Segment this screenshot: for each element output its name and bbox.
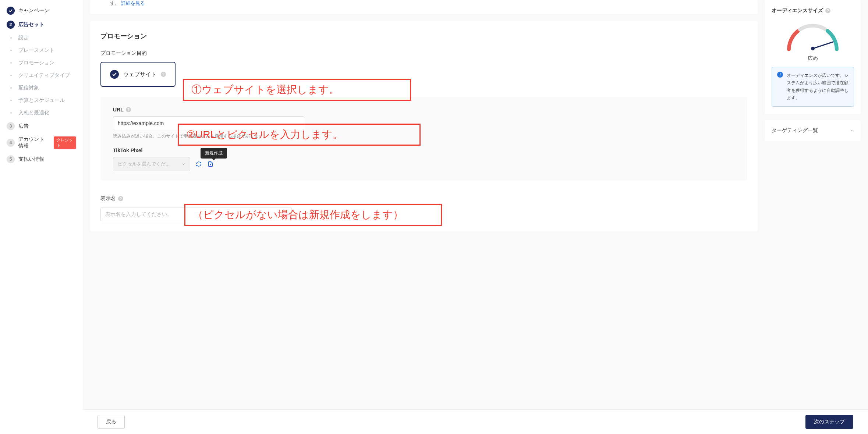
chevron-down-icon [182, 161, 185, 167]
top-note-prefix: す。 [110, 0, 120, 6]
url-input[interactable] [113, 116, 304, 130]
help-icon[interactable]: ? [126, 107, 131, 112]
check-icon [110, 70, 119, 79]
display-name-input[interactable] [100, 207, 292, 221]
label-text: TikTok Pixel [113, 147, 142, 153]
help-icon[interactable]: ? [161, 72, 166, 77]
info-text: オーディエンスが広いです。システムがより広い範囲で潜在顧客を獲得するように自動調… [787, 72, 848, 102]
sidebar: キャンペーン 2 広告セット 設定 プレースメント プロモーション クリエイティ… [0, 0, 83, 434]
substep-bidding[interactable]: 入札と最適化 [0, 107, 83, 119]
step-payment[interactable]: 5 支払い情報 [0, 152, 83, 166]
step-number-icon: 3 [7, 122, 15, 130]
substep-placement[interactable]: プレースメント [0, 44, 83, 57]
substep-audience[interactable]: 配信対象 [0, 82, 83, 94]
gauge-icon [782, 20, 844, 53]
next-step-button[interactable]: 次のステップ [805, 415, 853, 429]
check-icon [7, 7, 15, 15]
info-icon: i [777, 72, 783, 78]
svg-line-3 [813, 42, 833, 49]
targeting-card: ターゲティング一覧 [765, 120, 861, 141]
step-campaign[interactable]: キャンペーン [0, 4, 83, 18]
gauge: 広め [772, 20, 854, 62]
top-card: す。 詳細を見る [90, 0, 758, 14]
label-text: 表示名 [100, 195, 116, 202]
option-label: ウェブサイト [123, 71, 156, 78]
promotion-card: プロモーション プロモーション目的 ウェブサイト ? URL [90, 21, 758, 231]
step-label: 支払い情報 [18, 156, 44, 163]
substep-creative-type[interactable]: クリエイティブタイプ [0, 69, 83, 82]
website-option[interactable]: ウェブサイト ? [100, 62, 176, 87]
pixel-row: ピクセルを選んでくだ... 新規作成 [113, 157, 735, 171]
details-link[interactable]: 詳細を見る [121, 0, 145, 6]
gauge-label: 広め [808, 55, 818, 62]
step-label: 広告 [18, 123, 29, 129]
display-name-block: 表示名 ? [100, 195, 747, 221]
audience-info-box: i オーディエンスが広いです。システムがより広い範囲で潜在顧客を獲得するように自… [772, 67, 854, 107]
targeting-title: ターゲティング一覧 [772, 127, 818, 134]
refresh-icon[interactable] [195, 161, 202, 167]
step-label: キャンペーン [18, 7, 49, 14]
display-name-label: 表示名 ? [100, 195, 747, 202]
label-text: プロモーション目的 [100, 50, 147, 57]
right-panel: オーディエンスサイズ ? 広め i オーディエンスが広いです。システムがよ [765, 0, 861, 427]
label-text: URL [113, 107, 124, 113]
help-icon[interactable]: ? [118, 196, 123, 201]
back-button[interactable]: 戻る [98, 415, 125, 429]
top-note: す。 詳細を見る [90, 0, 758, 13]
url-hint: 読み込みが遅い場合、このサイトで事前読み込みを適用する場合があります。 [113, 133, 735, 139]
substep-promotion[interactable]: プロモーション [0, 57, 83, 69]
audience-size-title: オーディエンスサイズ ? [772, 7, 854, 14]
step-number-icon: 5 [7, 155, 15, 163]
step-label: 広告セット [18, 21, 44, 28]
section-title: プロモーション [100, 32, 747, 40]
step-ad[interactable]: 3 広告 [0, 119, 83, 133]
credit-badge: クレジット [54, 136, 76, 149]
title-text: オーディエンスサイズ [772, 7, 823, 14]
main: す。 詳細を見る プロモーション プロモーション目的 ウェブサイト ? [83, 0, 868, 434]
help-icon[interactable]: ? [825, 8, 830, 13]
step-account-info[interactable]: 4 アカウント情報 クレジット [0, 133, 83, 152]
substep-settings[interactable]: 設定 [0, 32, 83, 44]
step-adset[interactable]: 2 広告セット [0, 18, 83, 32]
promotion-purpose-label: プロモーション目的 [100, 50, 747, 57]
url-label: URL ? [113, 107, 735, 113]
substep-budget[interactable]: 予算とスケジュール [0, 94, 83, 107]
content-column: す。 詳細を見る プロモーション プロモーション目的 ウェブサイト ? [90, 0, 758, 427]
step-number-icon: 2 [7, 21, 15, 29]
step-label: アカウント情報 [18, 136, 48, 149]
targeting-toggle[interactable]: ターゲティング一覧 [772, 125, 854, 136]
tooltip-new: 新規作成 [201, 148, 227, 159]
pixel-select[interactable]: ピクセルを選んでくだ... [113, 157, 190, 171]
footer-bar: 戻る 次のステップ [83, 409, 868, 434]
url-pixel-subcard: URL ? 読み込みが遅い場合、このサイトで事前読み込みを適用する場合があります… [100, 97, 747, 181]
chevron-down-icon [850, 128, 854, 134]
step-number-icon: 4 [7, 139, 15, 147]
audience-size-card: オーディエンスサイズ ? 広め i オーディエンスが広いです。システムがよ [765, 0, 861, 114]
select-placeholder: ピクセルを選んでくだ... [118, 161, 170, 167]
